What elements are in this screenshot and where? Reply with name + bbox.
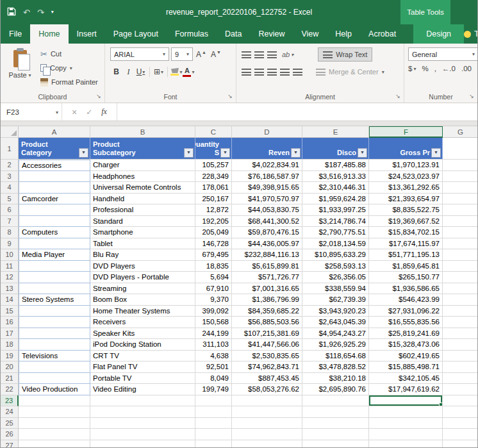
- insert-function-icon[interactable]: fx: [101, 107, 107, 117]
- cell-B6[interactable]: Professional: [90, 204, 195, 216]
- cell-C7[interactable]: 192,205: [195, 216, 232, 228]
- cell-A18[interactable]: [19, 339, 90, 351]
- cell-F5[interactable]: $21,393,654.97: [369, 194, 443, 205]
- cell-C13[interactable]: 67,910: [195, 283, 232, 295]
- align-left-icon[interactable]: [242, 69, 251, 76]
- cell-B8[interactable]: Smartphone: [90, 227, 195, 238]
- cell-G22[interactable]: [443, 384, 478, 395]
- tab-design[interactable]: Design: [413, 24, 464, 44]
- cell-D23[interactable]: [232, 395, 302, 407]
- filter-button-F[interactable]: ▼: [431, 148, 441, 158]
- cell-D20[interactable]: $74,962,843.71: [232, 361, 302, 373]
- cell-C26[interactable]: [195, 429, 232, 440]
- cut-button[interactable]: ✂ Cut: [38, 47, 101, 61]
- tab-file[interactable]: File: [1, 24, 30, 44]
- cell-G23[interactable]: [443, 395, 478, 407]
- cell-F19[interactable]: $602,419.65: [369, 351, 443, 362]
- cell-C17[interactable]: 244,199: [195, 328, 232, 340]
- cell-C16[interactable]: 150,568: [195, 317, 232, 328]
- column-header-E[interactable]: E: [302, 126, 369, 138]
- row-header-23[interactable]: 23: [1, 395, 19, 407]
- row-header-27[interactable]: 27: [1, 440, 19, 448]
- cell-A19[interactable]: Televisions: [19, 351, 90, 362]
- font-color-button[interactable]: A ▾: [183, 65, 195, 79]
- underline-button[interactable]: U▾: [135, 65, 147, 79]
- column-header-D[interactable]: D: [232, 126, 302, 138]
- cell-C3[interactable]: 228,349: [195, 171, 232, 183]
- cell-C25[interactable]: [195, 418, 232, 429]
- decrease-indent-icon[interactable]: [280, 69, 290, 76]
- cell-C20[interactable]: 92,501: [195, 361, 232, 373]
- cell-D21[interactable]: $887,453.45: [232, 373, 302, 385]
- redo-icon[interactable]: ↷: [37, 8, 44, 17]
- cell-E14[interactable]: $62,739.39: [302, 294, 369, 306]
- cell-G13[interactable]: [443, 283, 478, 295]
- increase-indent-icon[interactable]: [293, 69, 302, 76]
- fill-color-button[interactable]: ▾: [170, 65, 183, 79]
- cell-G7[interactable]: [443, 216, 478, 228]
- cell-F23[interactable]: [369, 395, 443, 407]
- cell-G6[interactable]: [443, 204, 478, 216]
- increase-decimal-button[interactable]: ←.0: [442, 65, 456, 72]
- cell-B17[interactable]: Speaker Kits: [90, 328, 195, 340]
- cell-A22[interactable]: Video Production: [19, 384, 90, 395]
- cell-A16[interactable]: [19, 317, 90, 328]
- increase-font-size-button[interactable]: A▲: [195, 50, 208, 59]
- cell-F12[interactable]: $265,150.77: [369, 272, 443, 283]
- cell-F24[interactable]: [369, 406, 443, 418]
- cell-D14[interactable]: $1,386,796.99: [232, 294, 302, 306]
- cell-F11[interactable]: $1,859,645.81: [369, 261, 443, 272]
- cell-G12[interactable]: [443, 272, 478, 283]
- select-all-corner[interactable]: [1, 126, 19, 138]
- cell-B22[interactable]: Video Editing: [90, 384, 195, 395]
- cell-G14[interactable]: [443, 294, 478, 306]
- cell-E11[interactable]: $258,593.13: [302, 261, 369, 272]
- cell-F21[interactable]: $342,105.45: [369, 373, 443, 385]
- cell-E17[interactable]: $4,954,243.27: [302, 328, 369, 340]
- cell-G10[interactable]: [443, 249, 478, 261]
- align-bottom-icon[interactable]: [267, 51, 277, 58]
- cell-A27[interactable]: [19, 440, 90, 448]
- enter-icon[interactable]: ✓: [86, 108, 92, 117]
- cell-C6[interactable]: 12,872: [195, 204, 232, 216]
- format-painter-button[interactable]: Format Painter: [38, 75, 101, 89]
- cell-A7[interactable]: [19, 216, 90, 228]
- column-header-A[interactable]: A: [19, 126, 90, 138]
- row-header-9[interactable]: 9: [1, 238, 19, 250]
- merge-center-button[interactable]: Merge & Center▾: [312, 65, 388, 79]
- number-format-combo[interactable]: General▾: [408, 47, 477, 61]
- cell-A20[interactable]: [19, 361, 90, 373]
- row-header-17[interactable]: 17: [1, 328, 19, 340]
- cell-E25[interactable]: [302, 418, 369, 429]
- cell-B2[interactable]: Charger: [90, 160, 195, 171]
- filter-button-A[interactable]: ▼: [79, 148, 88, 158]
- cell-B26[interactable]: [90, 429, 195, 440]
- cell-A2[interactable]: Accessories: [19, 160, 90, 171]
- cell-F7[interactable]: $19,369,667.52: [369, 216, 443, 228]
- cell-E16[interactable]: $2,643,045.39: [302, 317, 369, 328]
- cell-E5[interactable]: $1,959,624.28: [302, 194, 369, 205]
- row-header-15[interactable]: 15: [1, 306, 19, 317]
- cell-G25[interactable]: [443, 418, 478, 429]
- undo-icon[interactable]: ↶: [23, 8, 30, 17]
- cell-C11[interactable]: 18,835: [195, 261, 232, 272]
- filter-button-B[interactable]: ▼: [184, 148, 194, 158]
- cell-F15[interactable]: $27,931,096.22: [369, 306, 443, 317]
- cell-B21[interactable]: Portable TV: [90, 373, 195, 385]
- cell-F9[interactable]: $17,674,115.97: [369, 238, 443, 250]
- cell-B9[interactable]: Tablet: [90, 238, 195, 250]
- cell-E18[interactable]: $1,926,925.29: [302, 339, 369, 351]
- number-dialog-launcher-icon[interactable]: ↘: [468, 92, 475, 100]
- cell-A6[interactable]: [19, 204, 90, 216]
- row-header-2[interactable]: 2: [1, 160, 19, 171]
- cell-B14[interactable]: Boom Box: [90, 294, 195, 306]
- row-header-14[interactable]: 14: [1, 294, 19, 306]
- row-header-8[interactable]: 8: [1, 227, 19, 238]
- row-header-10[interactable]: 10: [1, 249, 19, 261]
- row-header-19[interactable]: 19: [1, 351, 19, 362]
- cell-D12[interactable]: $571,726.77: [232, 272, 302, 283]
- row-header-4[interactable]: 4: [1, 182, 19, 194]
- row-header-21[interactable]: 21: [1, 373, 19, 385]
- cell-D4[interactable]: $49,398,915.65: [232, 182, 302, 194]
- name-box[interactable]: F23 ▾: [1, 103, 62, 120]
